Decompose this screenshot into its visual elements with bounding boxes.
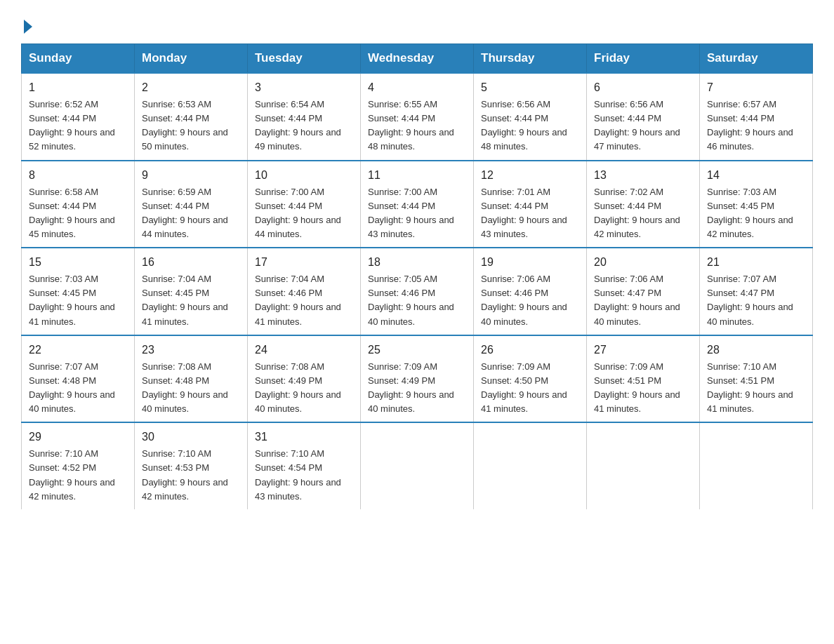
calendar-cell: 12Sunrise: 7:01 AMSunset: 4:44 PMDayligh… (474, 161, 587, 248)
weekday-header-sunday: Sunday (22, 44, 135, 74)
calendar-cell: 8Sunrise: 6:58 AMSunset: 4:44 PMDaylight… (22, 161, 135, 248)
day-number: 3 (255, 79, 353, 96)
day-number: 20 (594, 254, 692, 271)
day-info: Sunrise: 7:03 AMSunset: 4:45 PMDaylight:… (29, 272, 127, 329)
day-info: Sunrise: 6:55 AMSunset: 4:44 PMDaylight:… (368, 98, 466, 154)
day-number: 25 (368, 342, 466, 358)
calendar-cell: 28Sunrise: 7:10 AMSunset: 4:51 PMDayligh… (700, 335, 813, 423)
day-info: Sunrise: 7:10 AMSunset: 4:53 PMDaylight:… (142, 447, 240, 504)
day-info: Sunrise: 6:59 AMSunset: 4:44 PMDaylight:… (142, 185, 240, 242)
day-number: 31 (255, 429, 353, 445)
calendar-cell: 23Sunrise: 7:08 AMSunset: 4:48 PMDayligh… (135, 335, 248, 423)
day-number: 4 (368, 79, 466, 96)
calendar-cell: 1Sunrise: 6:52 AMSunset: 4:44 PMDaylight… (22, 73, 135, 161)
day-number: 2 (142, 79, 240, 96)
day-info: Sunrise: 7:00 AMSunset: 4:44 PMDaylight:… (368, 185, 466, 242)
calendar-cell: 30Sunrise: 7:10 AMSunset: 4:53 PMDayligh… (135, 422, 248, 509)
day-number: 9 (142, 167, 240, 184)
week-row-2: 8Sunrise: 6:58 AMSunset: 4:44 PMDaylight… (22, 161, 813, 248)
page-header (21, 14, 813, 31)
day-info: Sunrise: 6:54 AMSunset: 4:44 PMDaylight:… (255, 98, 353, 154)
calendar-cell: 11Sunrise: 7:00 AMSunset: 4:44 PMDayligh… (361, 161, 474, 248)
calendar-cell: 20Sunrise: 7:06 AMSunset: 4:47 PMDayligh… (587, 248, 700, 335)
calendar-cell: 16Sunrise: 7:04 AMSunset: 4:45 PMDayligh… (135, 248, 248, 335)
day-info: Sunrise: 6:58 AMSunset: 4:44 PMDaylight:… (29, 185, 127, 242)
calendar-cell: 31Sunrise: 7:10 AMSunset: 4:54 PMDayligh… (248, 422, 361, 509)
week-row-4: 22Sunrise: 7:07 AMSunset: 4:48 PMDayligh… (22, 335, 813, 423)
day-info: Sunrise: 6:56 AMSunset: 4:44 PMDaylight:… (481, 98, 579, 154)
weekday-header-friday: Friday (587, 44, 700, 74)
calendar-cell: 21Sunrise: 7:07 AMSunset: 4:47 PMDayligh… (700, 248, 813, 335)
day-info: Sunrise: 6:52 AMSunset: 4:44 PMDaylight:… (29, 98, 127, 154)
calendar-cell: 14Sunrise: 7:03 AMSunset: 4:45 PMDayligh… (700, 161, 813, 248)
day-info: Sunrise: 7:10 AMSunset: 4:54 PMDaylight:… (255, 447, 353, 504)
calendar-cell: 22Sunrise: 7:07 AMSunset: 4:48 PMDayligh… (22, 335, 135, 423)
day-number: 18 (368, 254, 466, 271)
week-row-3: 15Sunrise: 7:03 AMSunset: 4:45 PMDayligh… (22, 248, 813, 335)
calendar-cell: 4Sunrise: 6:55 AMSunset: 4:44 PMDaylight… (361, 73, 474, 161)
day-info: Sunrise: 7:07 AMSunset: 4:48 PMDaylight:… (29, 360, 127, 417)
day-info: Sunrise: 7:10 AMSunset: 4:51 PMDaylight:… (707, 360, 805, 417)
day-number: 15 (29, 254, 127, 271)
weekday-header-thursday: Thursday (474, 44, 587, 74)
day-info: Sunrise: 7:01 AMSunset: 4:44 PMDaylight:… (481, 185, 579, 242)
day-info: Sunrise: 6:53 AMSunset: 4:44 PMDaylight:… (142, 98, 240, 154)
day-info: Sunrise: 7:08 AMSunset: 4:48 PMDaylight:… (142, 360, 240, 417)
day-number: 27 (594, 342, 692, 358)
day-number: 29 (29, 429, 127, 445)
day-number: 16 (142, 254, 240, 271)
day-number: 23 (142, 342, 240, 358)
day-info: Sunrise: 7:06 AMSunset: 4:47 PMDaylight:… (594, 272, 692, 329)
week-row-5: 29Sunrise: 7:10 AMSunset: 4:52 PMDayligh… (22, 422, 813, 509)
day-number: 7 (707, 79, 805, 96)
weekday-header-monday: Monday (135, 44, 248, 74)
calendar-cell (361, 422, 474, 509)
weekday-header-saturday: Saturday (700, 44, 813, 74)
day-info: Sunrise: 7:05 AMSunset: 4:46 PMDaylight:… (368, 272, 466, 329)
day-info: Sunrise: 7:02 AMSunset: 4:44 PMDaylight:… (594, 185, 692, 242)
weekday-header-wednesday: Wednesday (361, 44, 474, 74)
day-number: 8 (29, 167, 127, 184)
calendar-cell: 29Sunrise: 7:10 AMSunset: 4:52 PMDayligh… (22, 422, 135, 509)
day-info: Sunrise: 7:09 AMSunset: 4:51 PMDaylight:… (594, 360, 692, 417)
calendar-cell: 2Sunrise: 6:53 AMSunset: 4:44 PMDaylight… (135, 73, 248, 161)
calendar-table: SundayMondayTuesdayWednesdayThursdayFrid… (21, 43, 813, 509)
week-row-1: 1Sunrise: 6:52 AMSunset: 4:44 PMDaylight… (22, 73, 813, 161)
day-info: Sunrise: 7:00 AMSunset: 4:44 PMDaylight:… (255, 185, 353, 242)
calendar-cell: 25Sunrise: 7:09 AMSunset: 4:49 PMDayligh… (361, 335, 474, 423)
day-info: Sunrise: 7:10 AMSunset: 4:52 PMDaylight:… (29, 447, 127, 504)
day-number: 12 (481, 167, 579, 184)
day-number: 22 (29, 342, 127, 358)
day-number: 19 (481, 254, 579, 271)
day-number: 28 (707, 342, 805, 358)
day-number: 30 (142, 429, 240, 445)
calendar-cell: 5Sunrise: 6:56 AMSunset: 4:44 PMDaylight… (474, 73, 587, 161)
day-info: Sunrise: 7:03 AMSunset: 4:45 PMDaylight:… (707, 185, 805, 242)
calendar-cell: 19Sunrise: 7:06 AMSunset: 4:46 PMDayligh… (474, 248, 587, 335)
logo (21, 18, 32, 31)
calendar-cell (700, 422, 813, 509)
day-info: Sunrise: 7:04 AMSunset: 4:46 PMDaylight:… (255, 272, 353, 329)
day-number: 13 (594, 167, 692, 184)
day-number: 11 (368, 167, 466, 184)
day-info: Sunrise: 7:09 AMSunset: 4:50 PMDaylight:… (481, 360, 579, 417)
calendar-cell (474, 422, 587, 509)
calendar-cell: 9Sunrise: 6:59 AMSunset: 4:44 PMDaylight… (135, 161, 248, 248)
calendar-cell: 24Sunrise: 7:08 AMSunset: 4:49 PMDayligh… (248, 335, 361, 423)
calendar-cell: 26Sunrise: 7:09 AMSunset: 4:50 PMDayligh… (474, 335, 587, 423)
weekday-header-tuesday: Tuesday (248, 44, 361, 74)
day-number: 26 (481, 342, 579, 358)
day-number: 6 (594, 79, 692, 96)
day-info: Sunrise: 7:07 AMSunset: 4:47 PMDaylight:… (707, 272, 805, 329)
day-info: Sunrise: 7:08 AMSunset: 4:49 PMDaylight:… (255, 360, 353, 417)
calendar-cell (587, 422, 700, 509)
day-number: 21 (707, 254, 805, 271)
day-info: Sunrise: 7:09 AMSunset: 4:49 PMDaylight:… (368, 360, 466, 417)
day-number: 14 (707, 167, 805, 184)
weekday-header-row: SundayMondayTuesdayWednesdayThursdayFrid… (22, 44, 813, 74)
day-info: Sunrise: 6:57 AMSunset: 4:44 PMDaylight:… (707, 98, 805, 154)
calendar-cell: 13Sunrise: 7:02 AMSunset: 4:44 PMDayligh… (587, 161, 700, 248)
calendar-cell: 6Sunrise: 6:56 AMSunset: 4:44 PMDaylight… (587, 73, 700, 161)
day-number: 1 (29, 79, 127, 96)
logo-arrow-icon (24, 20, 32, 34)
